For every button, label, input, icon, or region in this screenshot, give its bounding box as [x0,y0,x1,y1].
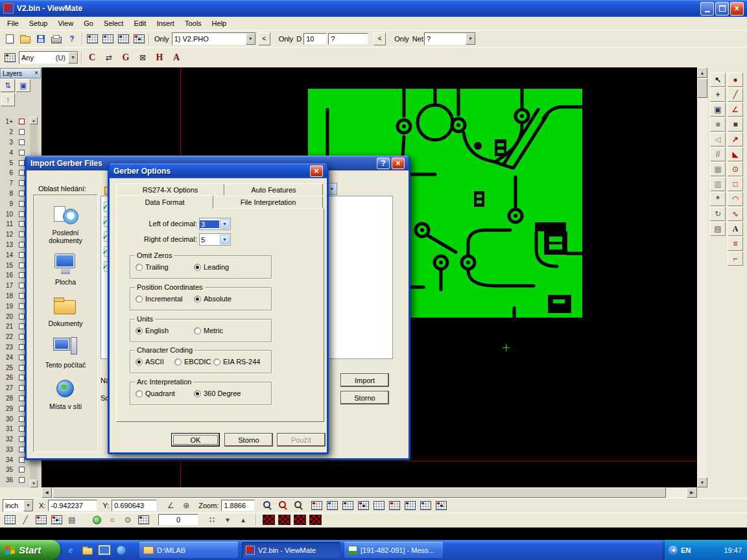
swap-tool-icon[interactable]: ⇄ [101,50,117,65]
show-desktop-icon[interactable] [97,542,112,558]
polyline-icon[interactable]: ∠ [728,102,743,117]
layers-stack-icon[interactable]: ▣ [710,102,726,117]
scroll-left-icon[interactable]: ◀ [42,487,52,498]
vertical-scroll-thumb[interactable] [697,78,707,98]
layer-visibility-checkbox[interactable] [19,262,25,268]
menu-item-file[interactable]: File [2,18,24,29]
place-item[interactable]: Dokumenty [34,294,97,327]
language-indicator[interactable]: EN [681,546,691,554]
menu-item-edit[interactable]: Edit [128,18,151,29]
table-grid-icon[interactable] [136,513,150,526]
scroll-down-icon[interactable]: ▼ [30,480,38,487]
radio-button[interactable] [136,264,143,271]
rect-outline-icon[interactable]: □ [728,177,743,191]
scroll-down-icon[interactable]: ▼ [697,477,707,487]
horizontal-scroll-thumb[interactable] [53,487,666,498]
quad-grid-icon[interactable] [49,513,64,526]
layer-visibility-checkbox[interactable] [19,457,25,463]
radio-button[interactable] [136,358,143,366]
zoom-input[interactable] [221,500,255,511]
vector-arrow-icon[interactable]: ↗ [728,132,743,146]
layer-visibility-checkbox[interactable] [19,150,25,156]
layer-visibility-checkbox[interactable] [19,334,25,340]
zoom-in-icon[interactable] [276,499,290,512]
place-item[interactable]: Tento počítač [34,336,97,369]
only-layer-toggle[interactable]: Only [154,35,169,43]
layer-visibility-checkbox[interactable] [19,416,25,422]
aperture-list-icon[interactable] [101,32,115,45]
close-button[interactable]: × [730,2,744,16]
c-tool-icon[interactable]: C [84,50,100,65]
traffic-light-icon[interactable] [89,513,104,526]
layer-visibility-checkbox[interactable] [19,211,25,217]
layer-visibility-checkbox[interactable] [19,447,25,452]
hatch-icon[interactable]: // [710,147,726,161]
layer-visibility-checkbox[interactable] [19,160,25,166]
y-coordinate-input[interactable] [112,500,157,511]
layer-visibility-checkbox[interactable] [19,231,25,237]
layer-select-combo[interactable]: 1) V2.PHO ▼ [172,32,256,45]
report-icon[interactable] [132,32,146,45]
help-pointer-icon[interactable]: ? [65,32,79,45]
layer-visibility-checkbox[interactable] [19,477,25,483]
new-file-icon[interactable] [3,32,17,45]
internet-explorer-icon[interactable]: e [64,542,78,558]
radio-button[interactable] [174,358,182,366]
sine-icon[interactable]: ∿ [728,207,743,221]
justify-icon[interactable]: ≡ [728,237,743,251]
radio-option[interactable]: ASCII [136,358,174,366]
radio-option[interactable]: Absolute [194,295,231,303]
table-red2-icon[interactable] [387,499,401,512]
save-icon[interactable] [34,32,48,45]
red-cells-icon[interactable] [34,513,48,526]
cancel-button[interactable]: Storno [224,433,273,447]
place-item[interactable]: Plocha [34,253,97,286]
restore-button[interactable] [715,2,729,16]
gear-icon[interactable]: * [710,192,726,206]
layer-visibility-checkbox[interactable] [19,323,25,329]
mirror-icon[interactable]: ▥ [710,177,726,191]
reorder-layers-icon[interactable]: ⇅ [1,79,15,92]
only-dcode-toggle[interactable]: Only [279,35,294,43]
menu-item-insert[interactable]: Insert [151,18,180,29]
layers-panel-header[interactable]: Layers × [0,68,41,78]
text-icon[interactable]: A [728,222,743,236]
previous-layer-button[interactable]: < [258,32,270,45]
radio-option[interactable]: English [136,327,194,334]
layer-visibility-checkbox[interactable] [19,375,25,380]
taskbar-task[interactable]: [191-482-091] - Mess... [344,542,443,558]
g-tool-icon[interactable]: G [118,50,134,65]
layer-visibility-checkbox[interactable] [19,180,25,186]
table-red-icon[interactable] [309,499,324,512]
layer-visibility-checkbox[interactable] [19,355,25,360]
select-mode-icon[interactable] [3,51,17,64]
gerber-dialog-titlebar[interactable]: Gerber Options × [110,163,327,178]
chevron-down-icon[interactable]: ▼ [220,235,230,244]
layer-visibility-checkbox[interactable] [19,344,25,350]
right-of-decimal-combo[interactable]: 5 ▼ [199,233,231,246]
layer-grid-icon[interactable]: ▣ [16,79,30,92]
rotate-icon[interactable]: ↻ [710,207,726,221]
radio-button[interactable] [136,327,143,334]
apply-button[interactable]: Použít [277,433,326,447]
net-filter-combo[interactable]: ? ▼ [424,32,476,45]
x-coordinate-input[interactable] [48,500,97,511]
vertical-scrollbar[interactable]: ▲ ▼ [697,67,707,487]
start-button[interactable]: Start [0,540,60,560]
layer-visibility-checkbox[interactable] [19,170,25,176]
sheet-stack-icon[interactable]: ▤ [65,513,79,526]
menu-item-select[interactable]: Select [99,18,129,29]
close-icon[interactable]: × [34,70,38,76]
chevron-down-icon[interactable]: ▼ [246,33,255,45]
radio-option[interactable]: EBCDIC [174,358,213,366]
chevron-down-icon[interactable]: ▼ [68,52,78,64]
checker-pattern-icon[interactable] [292,513,307,526]
menu-item-view[interactable]: View [53,18,78,29]
print-icon[interactable] [49,32,64,45]
scroll-up-icon[interactable]: ▲ [30,117,38,124]
radio-option[interactable]: 360 Degree [194,390,241,397]
radio-button[interactable] [194,327,201,334]
arc-icon[interactable]: ◠ [728,192,743,206]
move-layer-up-icon[interactable]: ↑ [1,93,15,106]
place-item[interactable]: Poslední dokumenty [34,204,97,244]
